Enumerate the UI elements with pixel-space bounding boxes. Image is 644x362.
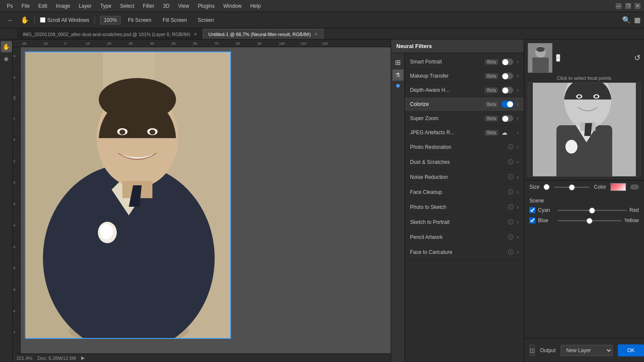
zoom-tool-button[interactable]: ⊕	[1, 53, 12, 64]
panel-icon-filters[interactable]: ⊞	[392, 57, 404, 68]
menu-edit[interactable]: Edit	[35, 1, 51, 11]
scene-row-blue-yellow: Blue Yellow	[529, 217, 639, 223]
info-icon-sketch-portrait[interactable]: ⓘ	[508, 218, 513, 226]
filter-super-zoom[interactable]: Super Zoom Beta ›	[405, 112, 524, 126]
svg-text:100: 100	[279, 42, 285, 45]
workspace-icon[interactable]: ▦	[634, 16, 641, 24]
scroll-all-windows-label[interactable]: Scroll All Windows	[40, 17, 89, 23]
size-indicator	[544, 184, 550, 190]
svg-text:6: 6	[13, 288, 15, 292]
svg-rect-81	[532, 57, 549, 73]
svg-text:50: 50	[172, 42, 176, 45]
info-icon-face-caricature[interactable]: ⓘ	[508, 248, 513, 256]
cyan-checkbox[interactable]	[529, 207, 535, 213]
search-icon[interactable]: 🔍	[622, 16, 631, 24]
filter-face-caricature[interactable]: Face to Caricature ⓘ ›	[405, 245, 524, 260]
svg-text:3: 3	[13, 181, 15, 184]
close-button[interactable]: ✕	[635, 3, 641, 9]
scroll-all-windows-checkbox[interactable]	[40, 17, 46, 23]
menu-select[interactable]: Select	[116, 1, 137, 11]
canvas-image[interactable]	[25, 51, 231, 339]
toggle-colorize[interactable]	[501, 101, 513, 108]
info-icon-dust-scratches[interactable]: ⓘ	[508, 158, 513, 166]
filter-photo-to-sketch[interactable]: Photo to Sketch ⓘ ›	[405, 200, 524, 215]
filter-smart-portrait[interactable]: Smart Portrait Beta ›	[405, 55, 524, 69]
toggle-makeup-transfer[interactable]	[501, 72, 513, 79]
scene-section: Scene Cyan Red Blue	[524, 193, 644, 338]
panel-icon-beaker[interactable]: ⚗	[392, 69, 404, 81]
toggle-super-zoom[interactable]	[501, 115, 513, 122]
panel-toggle-button[interactable]: ◫	[529, 345, 535, 356]
menu-type[interactable]: Type	[97, 1, 115, 11]
panel-icon-dot[interactable]	[396, 84, 400, 87]
back-button[interactable]: ←	[3, 15, 17, 25]
toggle-jpeg-artefacts[interactable]: ☁	[501, 129, 513, 136]
info-icon-photo-restoration[interactable]: ⓘ	[508, 143, 513, 151]
menu-plugins[interactable]: Plugins	[194, 1, 218, 11]
info-icon-photo-sketch[interactable]: ⓘ	[508, 203, 513, 211]
blue-yellow-slider-thumb[interactable]	[586, 218, 592, 224]
menu-view[interactable]: View	[175, 1, 193, 11]
tab-1[interactable]: Untitled-1 @ 66.7% (Neural-filter-result…	[203, 29, 323, 39]
color-toggle[interactable]	[630, 184, 639, 190]
fit-screen-button[interactable]: Fit Screen	[124, 15, 155, 25]
tab-0-label: IMG_20201108_0002_after-dust-and-scratch…	[23, 32, 190, 37]
filter-colorize[interactable]: Colorize Beta ›	[405, 97, 524, 112]
right-panel: ▾ ↺ Click to select focal points	[524, 39, 644, 362]
filter-noise-reduction[interactable]: Noise Reduction ⓘ ›	[405, 170, 524, 185]
info-icon-face-cleanup[interactable]: ⓘ	[508, 188, 513, 196]
filter-sketch-to-portrait[interactable]: Sketch to Portrait ⓘ ›	[405, 215, 524, 230]
tab-0-close[interactable]: ✕	[194, 32, 197, 36]
menu-layer[interactable]: Layer	[75, 1, 95, 11]
maximize-button[interactable]: ❐	[625, 3, 631, 9]
tab-0[interactable]: IMG_20201108_0002_after-dust-and-scratch…	[17, 29, 203, 39]
toggle-smart-portrait[interactable]	[501, 58, 513, 65]
doc-info: Doc: 6.28M/12.6M	[37, 356, 76, 361]
menu-3d[interactable]: 3D	[159, 1, 173, 11]
menu-ps[interactable]: Ps	[3, 1, 16, 11]
zoom-input[interactable]	[100, 16, 121, 24]
info-icon-pencil-artwork[interactable]: ⓘ	[508, 233, 513, 241]
filter-pencil-artwork[interactable]: Pencil Artwork ⓘ ›	[405, 230, 524, 245]
filter-face-cleanup[interactable]: Face Cleanup ⓘ ›	[405, 185, 524, 200]
scroll-all-windows-text: Scroll All Windows	[47, 17, 89, 23]
toolbar-divider-2	[94, 16, 95, 24]
toggle-depth-aware[interactable]	[501, 87, 513, 94]
fill-screen-button[interactable]: Fill Screen	[159, 15, 191, 25]
svg-text:1: 1	[13, 116, 15, 120]
menu-file[interactable]: File	[18, 1, 33, 11]
filter-makeup-transfer[interactable]: Makeup Transfer Beta ›	[405, 69, 524, 83]
minimize-button[interactable]: —	[616, 3, 622, 9]
preview-dropdown-button[interactable]: ▾	[556, 54, 560, 62]
menu-image[interactable]: Image	[52, 1, 73, 11]
status-more[interactable]: ▶	[81, 355, 85, 361]
svg-text:2: 2	[13, 159, 15, 163]
svg-text:7: 7	[13, 331, 15, 335]
output-select[interactable]: New Layer Current Layer New Document	[561, 345, 613, 356]
menu-filter[interactable]: Filter	[140, 1, 158, 11]
filter-dust-scratches[interactable]: Dust & Scratches ⓘ ›	[405, 155, 524, 170]
filter-photo-restoration[interactable]: Photo Restoration ⓘ ›	[405, 140, 524, 155]
neural-inner: ⊞ ⚗ Smart Portrait Beta › Makeup Transfe…	[391, 53, 524, 362]
svg-point-76	[149, 130, 155, 135]
svg-text:20: 20	[107, 42, 111, 45]
panel-side-icons: ⊞ ⚗	[391, 53, 405, 362]
menu-window[interactable]: Window	[220, 1, 245, 11]
undo-icon[interactable]: ↺	[634, 53, 641, 63]
title-bar-left: Ps File Edit Image Layer Type Select Fil…	[3, 1, 264, 11]
preview-main-image[interactable]	[528, 82, 641, 177]
svg-text:0: 0	[13, 55, 16, 57]
size-slider-thumb[interactable]	[569, 184, 575, 190]
color-swatch[interactable]	[611, 183, 626, 191]
hand-tool-button[interactable]: ✋	[21, 16, 29, 24]
filter-jpeg-artefacts[interactable]: JPEG Artefacts R... Beta ☁ ›	[405, 126, 524, 140]
tab-1-close[interactable]: ✕	[314, 32, 318, 36]
blue-checkbox[interactable]	[529, 217, 535, 223]
move-tool-button[interactable]: ✋	[1, 41, 12, 52]
cyan-red-slider-thumb[interactable]	[589, 208, 595, 214]
focal-hint-text: Click to select focal points	[528, 75, 641, 81]
info-icon-noise-reduction[interactable]: ⓘ	[508, 173, 513, 181]
ok-button[interactable]: OK	[618, 344, 644, 356]
menu-help[interactable]: Help	[247, 1, 264, 11]
filter-depth-aware[interactable]: Depth-Aware H... Beta ›	[405, 83, 524, 97]
